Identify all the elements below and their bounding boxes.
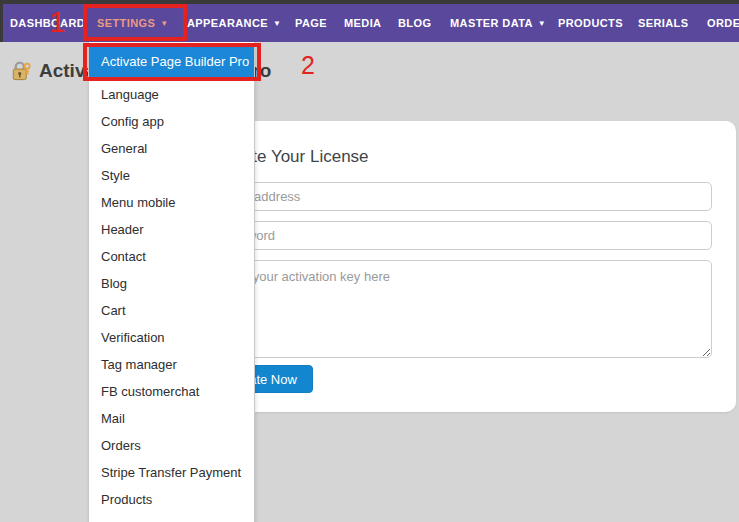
chevron-down-icon: ▼: [160, 5, 168, 43]
nav-item-label: BLOG: [398, 17, 431, 29]
nav-item-label: MEDIA: [344, 17, 381, 29]
nav-item-serials[interactable]: SERIALS: [638, 4, 688, 42]
menu-item-style[interactable]: Style: [89, 162, 254, 189]
nav-item-label: APPEARANCE: [187, 17, 268, 29]
menu-item-menu-mobile[interactable]: Menu mobile: [89, 189, 254, 216]
nav-item-label: PAGE: [295, 17, 327, 29]
nav-item-appearance[interactable]: APPEARANCE▼: [187, 4, 281, 42]
nav-item-label: DASHBOARD: [10, 17, 85, 29]
nav-item-settings[interactable]: SETTINGS▼: [97, 4, 169, 42]
window-edge: [0, 0, 3, 42]
menu-item-config-app[interactable]: Config app: [89, 108, 254, 135]
menu-item-language[interactable]: Language: [89, 81, 254, 108]
chevron-down-icon: ▼: [538, 5, 546, 43]
nav-item-label: SERIALS: [638, 17, 688, 29]
nav-item-products[interactable]: PRODUCTS: [558, 4, 623, 42]
menu-item-fileupload[interactable]: Fileupload: [89, 513, 254, 522]
menu-item-stripe-transfer-payment[interactable]: Stripe Transfer Payment: [89, 459, 254, 486]
nav-item-label: SETTINGS: [97, 17, 155, 29]
menu-item-cart[interactable]: Cart: [89, 297, 254, 324]
license-card: Activate Your License Activate Now: [185, 121, 736, 412]
activation-key-textarea[interactable]: [205, 260, 712, 358]
menu-item-blog[interactable]: Blog: [89, 270, 254, 297]
nav-item-orders[interactable]: ORDERS: [707, 4, 739, 42]
menu-item-verification[interactable]: Verification: [89, 324, 254, 351]
menu-item-fb-customerchat[interactable]: FB customerchat: [89, 378, 254, 405]
menu-item-general[interactable]: General: [89, 135, 254, 162]
nav-item-master-data[interactable]: MASTER DATA▼: [450, 4, 546, 42]
menu-item-tag-manager[interactable]: Tag manager: [89, 351, 254, 378]
menu-item-orders[interactable]: Orders: [89, 432, 254, 459]
menu-item-activate-page-builder-pro[interactable]: Activate Page Builder Pro: [89, 47, 254, 77]
menu-item-contact[interactable]: Contact: [89, 243, 254, 270]
nav-item-media[interactable]: MEDIA: [344, 4, 381, 42]
password-input[interactable]: [205, 221, 712, 250]
annotation-step-2: 2: [301, 51, 315, 80]
chevron-down-icon: ▼: [273, 5, 281, 43]
top-navbar: DASHBOARDSETTINGS▼APPEARANCE▼PAGEMEDIABL…: [0, 0, 739, 42]
nav-item-label: PRODUCTS: [558, 17, 623, 29]
nav-item-label: MASTER DATA: [450, 17, 533, 29]
dropdown-list: LanguageConfig appGeneralStyleMenu mobil…: [89, 77, 254, 522]
nav-item-dashboard[interactable]: DASHBOARD: [10, 4, 85, 42]
nav-item-page[interactable]: PAGE: [295, 4, 327, 42]
email-input[interactable]: [205, 182, 712, 211]
nav-item-blog[interactable]: BLOG: [398, 4, 431, 42]
menu-item-products[interactable]: Products: [89, 486, 254, 513]
nav-item-label: ORDERS: [707, 17, 739, 29]
lock-key-icon: [9, 59, 32, 82]
menu-item-mail[interactable]: Mail: [89, 405, 254, 432]
menu-item-header[interactable]: Header: [89, 216, 254, 243]
settings-dropdown-menu: Activate Page Builder Pro LanguageConfig…: [88, 42, 255, 522]
